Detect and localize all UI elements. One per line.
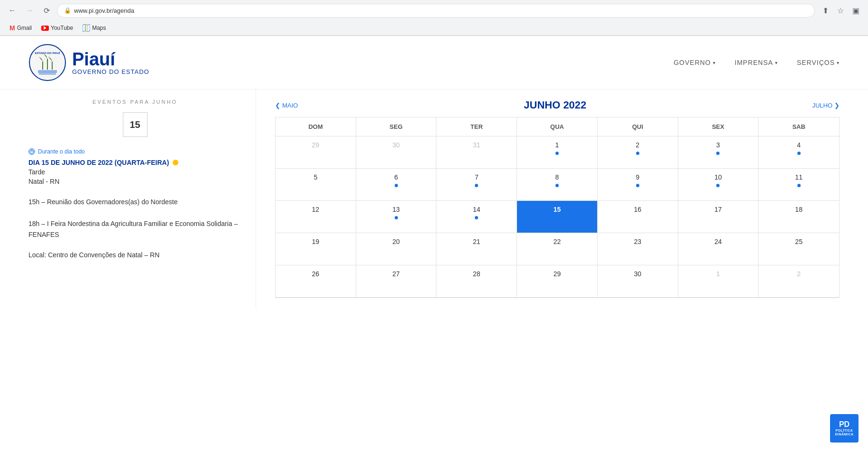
calendar-date-number: 4 bbox=[797, 141, 801, 149]
calendar-date-number: 2 bbox=[636, 141, 639, 149]
calendar-cell[interactable]: 22 bbox=[517, 233, 598, 265]
next-month-button[interactable]: JULHO ❯ bbox=[812, 102, 840, 109]
address-bar[interactable]: 🔒 www.pi.gov.br/agenda bbox=[57, 4, 815, 18]
share-button[interactable]: ⬆ bbox=[819, 4, 832, 17]
calendar-cell[interactable]: 15 bbox=[517, 201, 598, 233]
event-dot-icon bbox=[636, 184, 639, 187]
site-header: ESTADO DO PIAUÍ Piauí GOVERNO DO ESTADO bbox=[0, 36, 868, 90]
calendar-cell[interactable]: 24 bbox=[678, 233, 759, 265]
event-time-indicator: Durante o dia todo bbox=[28, 148, 241, 155]
calendar-cell[interactable]: 19 bbox=[276, 233, 356, 265]
calendar-date-number: 25 bbox=[795, 238, 803, 245]
calendar-cell[interactable]: 3 bbox=[678, 136, 759, 169]
calendar-cell[interactable]: 6 bbox=[356, 169, 437, 201]
gmail-icon: M bbox=[9, 24, 15, 32]
nav-imprensa[interactable]: IMPRENSA ▾ bbox=[735, 59, 778, 66]
calendar-cell[interactable]: 30 bbox=[356, 136, 437, 169]
svg-rect-9 bbox=[39, 73, 56, 75]
calendar-nav: ❮ MAIO JUNHO 2022 JULHO ❯ bbox=[275, 99, 840, 111]
event-dot-icon bbox=[716, 152, 720, 155]
calendar-cell[interactable]: 29 bbox=[517, 265, 598, 298]
event-dot-icon bbox=[555, 184, 559, 187]
calendar-date-number: 15 bbox=[554, 206, 561, 213]
calendar-cell[interactable]: 26 bbox=[276, 265, 356, 298]
logo-title: Piauí bbox=[72, 50, 149, 68]
calendar-date-number: 1 bbox=[716, 270, 720, 278]
calendar-cell[interactable]: 16 bbox=[598, 201, 678, 233]
calendar-cell[interactable]: 7 bbox=[436, 169, 517, 201]
selected-date-badge[interactable]: 15 bbox=[123, 112, 148, 137]
calendar-cell[interactable]: 17 bbox=[678, 201, 759, 233]
calendar-date-number: 26 bbox=[312, 270, 320, 278]
event-1-description: 15h – Reunião dos Governadores(as) do No… bbox=[28, 197, 241, 207]
calendar-cell[interactable]: 29 bbox=[276, 136, 356, 169]
prev-month-button[interactable]: ❮ MAIO bbox=[275, 102, 298, 109]
svg-rect-8 bbox=[38, 70, 57, 73]
bookmark-youtube[interactable]: YouTube bbox=[37, 23, 77, 33]
calendar-date-number: 23 bbox=[634, 238, 641, 245]
calendar-date-number: 3 bbox=[716, 141, 720, 149]
calendar-cell[interactable]: 30 bbox=[598, 265, 678, 298]
toolbar-actions: ⬆ ☆ ▣ bbox=[819, 4, 862, 17]
extensions-button[interactable]: ▣ bbox=[849, 4, 862, 17]
calendar-cell[interactable]: 18 bbox=[758, 201, 839, 233]
nav-governo[interactable]: GOVERNO ▾ bbox=[674, 59, 716, 66]
calendar-cell[interactable]: 11 bbox=[758, 169, 839, 201]
yellow-dot-icon bbox=[173, 160, 178, 165]
calendar-header-ter: TER bbox=[436, 118, 517, 136]
politica-text-1: POLÍTICA bbox=[836, 429, 853, 433]
event-location: Natal - RN bbox=[28, 178, 241, 185]
calendar-date-number: 20 bbox=[392, 238, 400, 245]
calendar-cell[interactable]: 5 bbox=[276, 169, 356, 201]
youtube-label: YouTube bbox=[51, 25, 73, 31]
calendar-cell[interactable]: 14 bbox=[436, 201, 517, 233]
bookmark-maps[interactable]: Maps bbox=[79, 23, 110, 33]
calendar-date-number: 30 bbox=[634, 270, 641, 278]
chevron-right-icon: ❯ bbox=[834, 102, 840, 109]
event-dot-icon bbox=[395, 184, 398, 187]
calendar-cell[interactable]: 2 bbox=[758, 265, 839, 298]
calendar-cell[interactable]: 10 bbox=[678, 169, 759, 201]
calendar-date-number: 11 bbox=[795, 173, 803, 181]
event-dot-icon bbox=[716, 184, 720, 187]
calendar-cell[interactable]: 20 bbox=[356, 233, 437, 265]
politica-logo: PD bbox=[839, 420, 850, 429]
calendar-cell[interactable]: 13 bbox=[356, 201, 437, 233]
politica-dinamica-badge: PD POLÍTICA DINÂMICA bbox=[830, 414, 859, 443]
calendar-cell[interactable]: 1 bbox=[517, 136, 598, 169]
calendar-header-sex: SEX bbox=[678, 118, 759, 136]
back-button[interactable]: ← bbox=[6, 4, 19, 17]
calendar-date-number: 10 bbox=[714, 173, 722, 181]
calendar-date-number: 17 bbox=[714, 206, 722, 213]
calendar-cell[interactable]: 9 bbox=[598, 169, 678, 201]
calendar-cell[interactable]: 27 bbox=[356, 265, 437, 298]
nav-servicos[interactable]: SERVIÇOS ▾ bbox=[797, 59, 840, 66]
forward-button[interactable]: → bbox=[23, 4, 36, 17]
events-title: EVENTOS PARA JUNHO bbox=[28, 99, 241, 105]
calendar-cell[interactable]: 8 bbox=[517, 169, 598, 201]
logo-text: Piauí GOVERNO DO ESTADO bbox=[72, 50, 149, 75]
calendar-date-number: 21 bbox=[473, 238, 480, 245]
event-dot-icon bbox=[636, 152, 639, 155]
main-nav: GOVERNO ▾ IMPRENSA ▾ SERVIÇOS ▾ bbox=[674, 59, 840, 66]
bookmark-gmail[interactable]: M Gmail bbox=[6, 23, 36, 33]
calendar-cell[interactable]: 1 bbox=[678, 265, 759, 298]
calendar-cell[interactable]: 21 bbox=[436, 233, 517, 265]
bookmarks-bar: M Gmail YouTube Maps bbox=[0, 21, 868, 36]
event-dot-icon bbox=[797, 184, 801, 187]
bookmark-button[interactable]: ☆ bbox=[834, 4, 847, 17]
calendar-cell[interactable]: 4 bbox=[758, 136, 839, 169]
calendar-cell[interactable]: 23 bbox=[598, 233, 678, 265]
calendar-cell[interactable]: 28 bbox=[436, 265, 517, 298]
calendar-cell[interactable]: 2 bbox=[598, 136, 678, 169]
calendar-date-number: 8 bbox=[555, 173, 559, 181]
calendar-cell[interactable]: 12 bbox=[276, 201, 356, 233]
calendar-date-number: 29 bbox=[554, 270, 561, 278]
calendar-cell[interactable]: 31 bbox=[436, 136, 517, 169]
calendar-cell[interactable]: 25 bbox=[758, 233, 839, 265]
calendar-header-row: DOMSEGTERQUAQUISEXSAB bbox=[276, 118, 839, 136]
calendar-date-number: 13 bbox=[392, 206, 400, 213]
youtube-icon bbox=[41, 26, 49, 31]
reload-button[interactable]: ⟳ bbox=[40, 4, 53, 17]
calendar-date-number: 12 bbox=[312, 206, 320, 213]
